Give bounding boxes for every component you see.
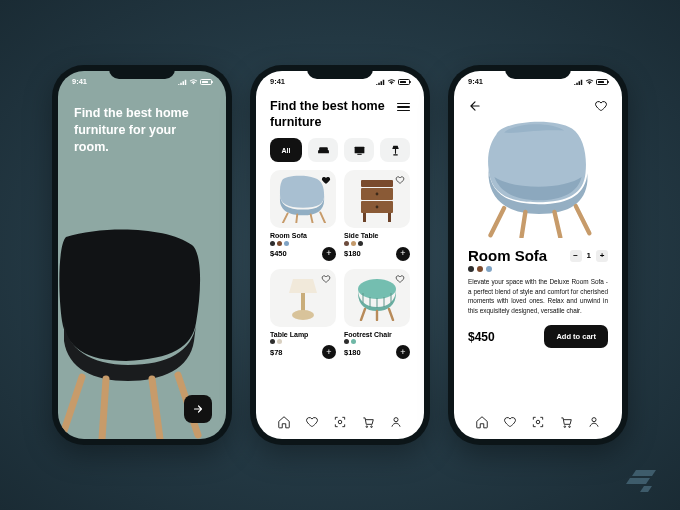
swatch[interactable] — [351, 241, 356, 246]
heart-icon[interactable] — [395, 274, 405, 284]
svg-rect-10 — [361, 180, 393, 187]
swatch[interactable] — [344, 339, 349, 344]
svg-point-39 — [592, 418, 596, 422]
color-swatches — [344, 339, 410, 344]
chip-sofa[interactable] — [308, 138, 338, 162]
scan-icon[interactable] — [333, 415, 347, 429]
swatch[interactable] — [270, 241, 275, 246]
scan-icon[interactable] — [531, 415, 545, 429]
status-time: 9:41 — [72, 77, 87, 86]
svg-point-14 — [376, 206, 379, 209]
status-icons — [178, 79, 212, 85]
profile-icon[interactable] — [389, 415, 403, 429]
next-button[interactable] — [184, 395, 212, 423]
chip-lamp[interactable] — [380, 138, 410, 162]
swatch[interactable] — [284, 241, 289, 246]
svg-rect-4 — [354, 146, 364, 153]
signal-icon — [574, 79, 583, 85]
heart-icon[interactable] — [321, 274, 331, 284]
swatch[interactable] — [270, 339, 275, 344]
add-button[interactable]: + — [322, 247, 336, 261]
swatch[interactable] — [477, 266, 483, 272]
svg-point-37 — [564, 426, 566, 428]
profile-icon[interactable] — [587, 415, 601, 429]
svg-rect-17 — [301, 293, 305, 311]
svg-line-32 — [491, 208, 505, 235]
heart-icon[interactable] — [321, 175, 331, 185]
back-button[interactable] — [468, 99, 482, 113]
product-price: $180 — [344, 348, 361, 357]
svg-line-33 — [522, 212, 526, 237]
svg-point-13 — [376, 193, 379, 196]
battery-icon — [398, 79, 410, 85]
svg-rect-16 — [388, 213, 391, 222]
qty-plus[interactable]: + — [596, 250, 608, 262]
detail-screen: 9:41 — [454, 71, 622, 439]
product-description: Elevate your space with the Deluxe Room … — [454, 277, 622, 315]
heart-icon[interactable] — [395, 175, 405, 185]
svg-line-35 — [576, 206, 590, 233]
home-icon[interactable] — [475, 415, 489, 429]
product-card[interactable]: Side Table $180 + — [344, 170, 410, 261]
table-image — [355, 174, 399, 224]
color-swatches — [270, 339, 336, 344]
color-swatches — [454, 266, 622, 277]
heart-icon[interactable] — [503, 415, 517, 429]
brand-logo — [624, 466, 660, 494]
add-button[interactable]: + — [396, 247, 410, 261]
swatch[interactable] — [277, 241, 282, 246]
notch — [109, 65, 175, 79]
home-icon[interactable] — [277, 415, 291, 429]
swatch[interactable] — [468, 266, 474, 272]
swatch[interactable] — [358, 241, 363, 246]
swatch[interactable] — [277, 339, 282, 344]
swatch[interactable] — [344, 241, 349, 246]
svg-line-6 — [283, 214, 288, 224]
product-name: Room Sofa — [270, 232, 336, 239]
lamp-image — [283, 273, 323, 323]
svg-line-9 — [320, 213, 325, 224]
phone-onboarding: 9:41 Find the best home furniture for yo… — [52, 65, 232, 445]
add-button[interactable]: + — [322, 345, 336, 359]
swatch[interactable] — [351, 339, 356, 344]
add-button[interactable]: + — [396, 345, 410, 359]
svg-line-8 — [311, 215, 313, 224]
svg-point-30 — [371, 426, 373, 428]
catalog-header: Find the best home furniture — [256, 89, 424, 136]
svg-point-38 — [569, 426, 571, 428]
status-icons — [574, 79, 608, 85]
product-card[interactable]: Footrest Chair $180 + — [344, 269, 410, 360]
svg-line-0 — [62, 377, 82, 437]
svg-point-18 — [292, 310, 314, 320]
wifi-icon — [189, 79, 198, 85]
qty-value: 1 — [587, 251, 591, 260]
chip-tv[interactable] — [344, 138, 374, 162]
cart-icon[interactable] — [559, 415, 573, 429]
phone-detail: 9:41 — [448, 65, 628, 445]
qty-minus[interactable]: − — [570, 250, 582, 262]
notch — [505, 65, 571, 79]
svg-line-34 — [554, 212, 560, 237]
status-time: 9:41 — [468, 77, 483, 86]
svg-rect-5 — [357, 154, 361, 155]
add-to-cart-button[interactable]: Add to cart — [544, 325, 608, 348]
battery-icon — [200, 79, 212, 85]
favorite-button[interactable] — [594, 99, 608, 113]
color-swatches — [344, 241, 410, 246]
product-thumb — [270, 170, 336, 228]
chip-all[interactable]: All — [270, 138, 302, 162]
title-row: Room Sofa − 1 + — [454, 243, 622, 266]
menu-button[interactable] — [397, 103, 410, 111]
svg-point-36 — [536, 420, 540, 424]
heart-icon[interactable] — [305, 415, 319, 429]
quantity-stepper: − 1 + — [570, 250, 608, 262]
svg-rect-15 — [363, 213, 366, 222]
tab-bar — [256, 409, 424, 439]
swatch[interactable] — [486, 266, 492, 272]
product-card[interactable]: Table Lamp $78 + — [270, 269, 336, 360]
cart-icon[interactable] — [361, 415, 375, 429]
product-card[interactable]: Room Sofa $450 + — [270, 170, 336, 261]
detail-header — [454, 89, 622, 115]
product-price: $450 — [468, 330, 495, 344]
product-name: Side Table — [344, 232, 410, 239]
